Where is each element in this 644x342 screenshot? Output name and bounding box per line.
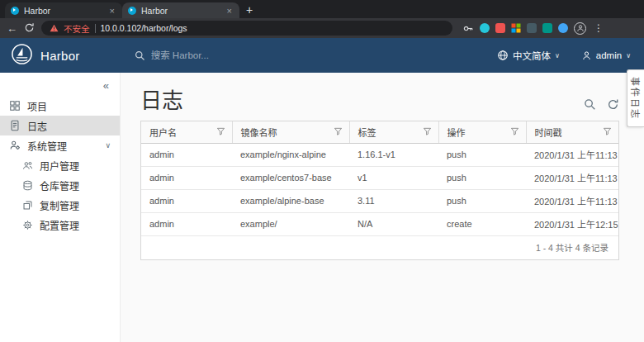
cell-username: admin — [141, 166, 232, 189]
event-log-side-tab[interactable]: 事件日志 — [627, 69, 644, 127]
sidebar-item-logs[interactable]: 日志 — [0, 116, 120, 135]
table-row: admin example/centos7-base v1 push 2020/… — [141, 166, 618, 189]
harbor-favicon-icon — [11, 7, 19, 15]
browser-window: Harbor × Harbor × + ← 不安全 10.0.0.10 — [0, 0, 644, 342]
table-header-row: 用户名 镜像名称 — [141, 121, 618, 144]
user-menu[interactable]: admin ∨ — [581, 50, 631, 61]
language-label: 中文简体 — [513, 49, 551, 62]
extension-icon-5[interactable] — [542, 23, 552, 33]
cell-timestamp: 2020/1/31 上午12:15 — [526, 212, 618, 235]
sidebar-item-registry-management[interactable]: 仓库管理 — [0, 175, 120, 195]
browser-tab-1[interactable]: Harbor × — [5, 2, 122, 18]
col-header-tag: 标签 — [349, 121, 438, 144]
cell-image-name: example/ — [232, 212, 349, 235]
sidebar-item-replication-management[interactable]: 复制管理 — [0, 195, 120, 215]
sidebar-item-label: 用户管理 — [40, 159, 79, 173]
sidebar-item-label: 日志 — [27, 119, 47, 133]
cell-tag: 1.16.1-v1 — [349, 143, 438, 166]
language-selector[interactable]: 中文简体 ∨ — [497, 49, 560, 62]
browser-toolbar: ← 不安全 10.0.0.102/harbor/logs — [0, 18, 644, 38]
cell-username: admin — [141, 212, 232, 235]
extension-icon-2[interactable] — [495, 23, 505, 33]
toolbar-icons: ⋮ — [462, 22, 605, 35]
password-key-icon[interactable] — [462, 23, 474, 34]
filter-icon[interactable] — [334, 126, 343, 137]
table-row: admin example/alpine-base 3.11 push 2020… — [141, 189, 618, 212]
sidebar-item-label: 项目 — [27, 99, 47, 113]
sidebar-item-user-management[interactable]: 用户管理 — [0, 155, 120, 175]
table-search-button[interactable] — [584, 98, 596, 111]
globe-icon — [497, 50, 509, 61]
col-header-username: 用户名 — [141, 121, 232, 144]
address-bar[interactable]: 不安全 10.0.0.102/harbor/logs — [41, 21, 452, 36]
filter-icon[interactable] — [216, 126, 225, 137]
logs-datagrid: 用户名 镜像名称 — [140, 121, 619, 260]
filter-icon[interactable] — [423, 126, 432, 137]
tab-title: Harbor — [141, 6, 220, 16]
cell-operation: push — [438, 166, 526, 189]
cell-timestamp: 2020/1/31 上午11:13 — [526, 166, 618, 189]
cell-tag: 3.11 — [349, 189, 438, 212]
registry-database-icon — [22, 180, 33, 191]
main-content: 日志 — [121, 73, 644, 342]
browser-tab-2[interactable]: Harbor × — [122, 2, 239, 18]
filter-icon[interactable] — [603, 126, 612, 137]
extension-icon-6[interactable] — [558, 23, 568, 33]
sidebar-item-label: 复制管理 — [40, 198, 79, 212]
cell-image-name: example/centos7-base — [232, 166, 349, 189]
not-secure-warning-icon — [50, 24, 59, 32]
back-button[interactable]: ← — [7, 23, 17, 34]
refresh-button[interactable] — [24, 22, 35, 35]
browser-profile-avatar[interactable] — [574, 22, 586, 35]
new-tab-button[interactable]: + — [246, 4, 253, 16]
browser-tabstrip: Harbor × Harbor × + — [0, 0, 644, 18]
extension-icon-3[interactable] — [511, 23, 521, 33]
global-search[interactable] — [135, 50, 497, 61]
search-input[interactable] — [151, 50, 333, 60]
col-header-timestamp: 时间戳 — [526, 121, 618, 144]
tab-close-icon[interactable]: × — [225, 6, 234, 16]
harbor-logo[interactable] — [11, 43, 33, 69]
browser-menu-icon[interactable]: ⋮ — [592, 23, 605, 33]
col-header-operation: 操作 — [438, 121, 526, 144]
url-text: 10.0.0.102/harbor/logs — [101, 23, 187, 33]
refresh-icon — [24, 22, 35, 33]
harbor-favicon-icon — [128, 7, 136, 15]
cell-tag: N/A — [349, 212, 438, 235]
extension-icon-4[interactable] — [527, 23, 537, 33]
page-title: 日志 — [140, 89, 183, 113]
gear-icon — [22, 220, 33, 230]
sidebar-collapse-button[interactable]: « — [103, 79, 109, 92]
chevron-expand-icon[interactable]: ∨ — [105, 141, 111, 150]
url-separator — [95, 24, 96, 33]
replication-copy-icon — [22, 200, 33, 211]
cell-timestamp: 2020/1/31 上午11:13 — [526, 189, 618, 212]
chevron-down-icon: ∨ — [626, 52, 631, 59]
cell-image-name: example/alpine-base — [232, 189, 349, 212]
sidebar-item-configuration-management[interactable]: 配置管理 — [0, 215, 120, 235]
cell-image-name: example/nginx-alpine — [232, 143, 349, 166]
table-refresh-button[interactable] — [607, 98, 619, 111]
sidebar-item-administration[interactable]: 系统管理 ∨ — [0, 135, 120, 155]
logs-document-icon — [9, 120, 21, 131]
table-row: admin example/nginx-alpine 1.16.1-v1 pus… — [141, 143, 618, 166]
cell-timestamp: 2020/1/31 上午11:13 — [526, 143, 618, 166]
security-warning-label: 不安全 — [64, 22, 90, 35]
chevron-down-icon: ∨ — [555, 52, 560, 59]
sidebar-item-projects[interactable]: 项目 — [0, 96, 120, 116]
tab-title: Harbor — [24, 6, 103, 16]
tab-close-icon[interactable]: × — [108, 6, 116, 16]
admin-user-gear-icon — [9, 140, 21, 151]
logs-table: 用户名 镜像名称 — [141, 121, 618, 236]
col-header-image-name: 镜像名称 — [232, 121, 349, 144]
table-actions — [584, 98, 619, 113]
sidebar: « 项目 — [0, 73, 121, 342]
cell-username: admin — [141, 143, 232, 166]
user-icon — [581, 50, 592, 61]
page-body: « 项目 — [0, 73, 644, 342]
cell-operation: push — [438, 189, 526, 212]
filter-icon[interactable] — [510, 126, 519, 137]
extension-icon-1[interactable] — [480, 23, 490, 33]
sidebar-item-label: 配置管理 — [40, 218, 79, 232]
projects-grid-icon — [9, 100, 21, 112]
